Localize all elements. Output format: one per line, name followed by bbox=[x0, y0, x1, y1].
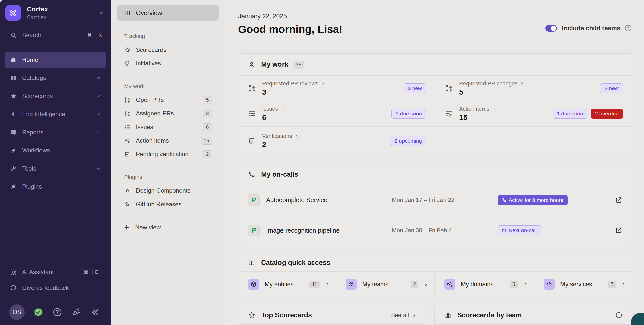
subnav-item-github-releases[interactable]: GitHub Releases bbox=[117, 197, 218, 211]
stat-value: 6 bbox=[262, 113, 391, 122]
section-heading: Tracking bbox=[117, 31, 218, 43]
stat-label-row[interactable]: Requested PR reviews bbox=[262, 80, 404, 87]
primary-sidebar: Cortex Cortex Search ⌘ K Ho bbox=[0, 0, 111, 325]
subnav-item-scorecards[interactable]: Scorecards bbox=[117, 43, 218, 57]
subnav-item-pending-verification[interactable]: Pending verification 2 bbox=[117, 147, 218, 161]
sidebar-item-catalogs[interactable]: Catalogs bbox=[5, 70, 106, 86]
stat-label-row[interactable]: Issues bbox=[262, 106, 391, 112]
subnav-item-assigned-prs[interactable]: Assigned PRs 3 bbox=[117, 107, 218, 120]
whats-new-party-icon[interactable] bbox=[71, 307, 82, 317]
sidebar-item-home[interactable]: Home bbox=[5, 52, 106, 68]
subnav-item-open-prs[interactable]: Open PRs 5 bbox=[117, 93, 218, 107]
subnav-section-tracking: Tracking Scorecards Initiatives bbox=[117, 29, 219, 71]
subnav-item-action-items[interactable]: Action items 15 bbox=[117, 134, 218, 147]
phone-icon bbox=[502, 198, 506, 202]
my-work-count-badge: 35 bbox=[293, 61, 304, 69]
help-circle-icon[interactable] bbox=[624, 24, 632, 32]
phone-icon bbox=[248, 171, 255, 178]
stat-value: 3 bbox=[262, 88, 404, 96]
stat-value: 2 bbox=[262, 140, 390, 149]
stat-issues[interactable]: Issues 6 1 due soon bbox=[238, 101, 435, 127]
chevron-right-icon bbox=[321, 82, 325, 86]
bar-chart-icon bbox=[444, 312, 451, 319]
catalog-header: Catalog quick access bbox=[238, 254, 632, 272]
sidebar-item-scorecards[interactable]: Scorecards bbox=[5, 88, 106, 104]
on-calls-card: My on-calls P Autocomplete Service Mon J… bbox=[238, 164, 632, 246]
calendar-icon bbox=[502, 228, 506, 233]
stat-label: Issues bbox=[262, 106, 278, 112]
avatar[interactable]: OS bbox=[9, 304, 25, 320]
stat-body: Issues 6 bbox=[262, 106, 391, 122]
tile-my-domains[interactable]: My domains 5 bbox=[434, 272, 534, 297]
stat-label-row[interactable]: Verifications bbox=[262, 133, 390, 139]
external-link-icon[interactable] bbox=[615, 227, 622, 234]
subnav-item-issues[interactable]: Issues 6 bbox=[117, 120, 218, 134]
subnav-item-label: Pending verification bbox=[136, 151, 203, 158]
status-badge[interactable]: 2 upcoming bbox=[390, 136, 426, 146]
stat-verifications[interactable]: Verifications 2 2 upcoming bbox=[238, 127, 435, 155]
open-book-icon bbox=[248, 259, 255, 266]
sidebar-item-eng-intelligence[interactable]: Eng Intelligence bbox=[5, 106, 106, 122]
plug-icon bbox=[10, 183, 17, 190]
toggle-label: Include child teams bbox=[562, 25, 620, 32]
rocket-icon bbox=[10, 147, 17, 154]
sidebar-item-reports[interactable]: Reports bbox=[5, 124, 106, 140]
count-badge: 2 bbox=[203, 150, 212, 158]
secondary-sidebar: Overview Tracking Scorecards Initiatives… bbox=[111, 0, 225, 325]
stat-requested-pr-reviews[interactable]: Requested PR reviews 3 3 new bbox=[238, 76, 435, 101]
verification-icon bbox=[124, 151, 130, 157]
search-button[interactable]: Search ⌘ K bbox=[0, 25, 111, 45]
help-icon[interactable] bbox=[52, 307, 63, 317]
person-icon bbox=[248, 61, 255, 68]
tile-my-teams[interactable]: My teams 2 bbox=[336, 272, 434, 297]
workspace-switcher[interactable]: Cortex Cortex bbox=[0, 0, 111, 25]
sidebar-item-label: Home bbox=[22, 56, 101, 63]
dashboard-content: My work 35 Requested PR reviews bbox=[225, 42, 644, 325]
new-view-button[interactable]: New view bbox=[117, 220, 219, 235]
on-call-row[interactable]: P Image recognition pipeline Mon Jan 30 … bbox=[238, 215, 632, 246]
top-scorecards-card: Top Scorecards See all bbox=[238, 305, 426, 325]
pull-request-icon bbox=[124, 97, 130, 103]
key-cmd: ⌘ bbox=[85, 31, 94, 39]
stat-label-row[interactable]: Requested PR changes bbox=[459, 80, 600, 87]
sidebar-item-tools[interactable]: Tools bbox=[5, 160, 106, 177]
key-e: E bbox=[92, 268, 101, 276]
feedback-button[interactable]: Give us feedback bbox=[5, 280, 106, 296]
external-link-icon[interactable] bbox=[615, 196, 622, 204]
info-icon[interactable] bbox=[615, 312, 622, 319]
stat-action-items[interactable]: Action items 15 1 due soon 2 overdue bbox=[435, 101, 632, 127]
ai-shortcut: ⌘ E bbox=[82, 268, 101, 276]
see-all-link[interactable]: See all bbox=[391, 312, 416, 319]
subnav-item-overview[interactable]: Overview bbox=[117, 5, 219, 21]
action-items-icon bbox=[445, 110, 453, 117]
subnav-item-design-components[interactable]: Design Components bbox=[117, 184, 218, 197]
overdue-badge[interactable]: 2 overdue bbox=[591, 109, 623, 119]
tile-my-entities[interactable]: My entities 11 bbox=[238, 272, 336, 297]
subnav-item-initiatives[interactable]: Initiatives bbox=[117, 57, 218, 70]
sidebar-item-workflows[interactable]: Workflows bbox=[5, 142, 106, 158]
search-icon bbox=[10, 32, 17, 38]
tile-my-services[interactable]: My services 7 bbox=[534, 272, 632, 297]
key-k: K bbox=[96, 31, 104, 39]
my-work-grid: Requested PR reviews 3 3 new bbox=[238, 76, 632, 155]
collapse-sidebar-icon[interactable] bbox=[90, 307, 100, 317]
ai-assistant-button[interactable]: AI Assistant ⌘ E bbox=[5, 264, 106, 280]
count-badge: 5 bbox=[203, 96, 212, 104]
workspace-subtitle: Cortex bbox=[27, 14, 99, 20]
chevron-down-icon bbox=[96, 166, 101, 171]
status-badge[interactable]: 1 due soon bbox=[553, 109, 587, 119]
sidebar-bottom-bar: OS bbox=[5, 300, 106, 325]
sidebar-item-label: Plugins bbox=[22, 183, 101, 190]
sidebar-item-label: Reports bbox=[22, 129, 96, 136]
workspace-chevron[interactable] bbox=[99, 10, 104, 16]
card-title: Top Scorecards bbox=[261, 311, 312, 319]
status-badge[interactable]: 1 due soon bbox=[391, 109, 426, 119]
on-call-row[interactable]: P Autocomplete Service Mon Jan 17 – Fri … bbox=[238, 185, 632, 215]
stat-requested-pr-changes[interactable]: Requested PR changes 5 3 new bbox=[435, 76, 632, 101]
stat-label-row[interactable]: Action items bbox=[459, 106, 553, 112]
sidebar-item-plugins[interactable]: Plugins bbox=[5, 179, 106, 195]
status-badge[interactable]: 3 new bbox=[600, 83, 623, 93]
status-badge[interactable]: 3 new bbox=[404, 83, 426, 93]
include-child-teams-toggle[interactable] bbox=[545, 25, 557, 32]
status-check-icon[interactable] bbox=[33, 307, 44, 317]
